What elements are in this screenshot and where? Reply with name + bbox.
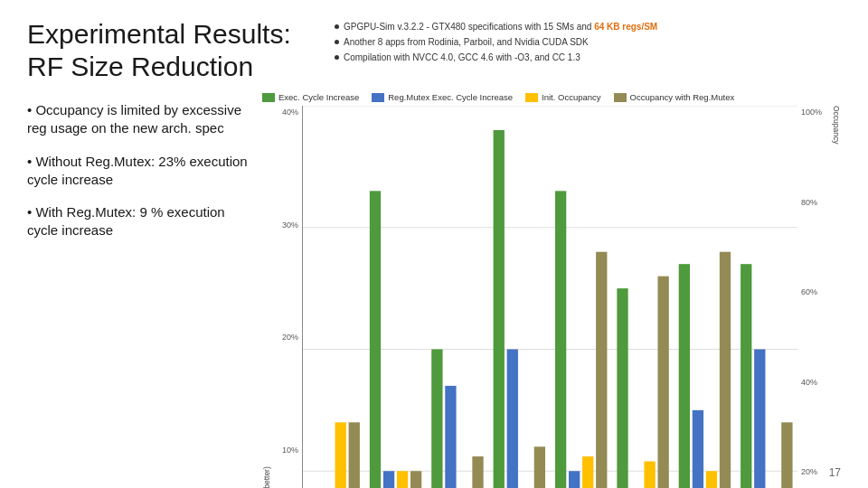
slide-title: Experimental Results: RF Size Reduction (27, 18, 316, 83)
svg-rect-28 (596, 252, 607, 488)
chart-container: Exec. Cycle Increase (lower is better) 4… (262, 106, 841, 488)
top-section: Experimental Results: RF Size Reduction … (27, 18, 841, 83)
bullet-dot (335, 55, 339, 60)
svg-rect-18 (472, 456, 483, 488)
chart-plot: GaussianHeartWallLavaMDMergesortMonte.Ca… (302, 106, 797, 488)
legend-label: Init. Occupancy (542, 92, 600, 102)
y-right-tick: 80% (801, 198, 817, 207)
svg-rect-32 (644, 461, 655, 488)
legend-label: Exec. Cycle Increase (278, 92, 359, 102)
y-axis-left-wrapper: Exec. Cycle Increase (lower is better) 4… (262, 106, 302, 488)
y-right-tick: 20% (801, 467, 817, 476)
svg-rect-12 (397, 471, 408, 488)
y-right-tick: 40% (801, 378, 817, 387)
y-axis-right-label: Occupancy (832, 106, 841, 488)
svg-rect-11 (383, 471, 394, 488)
svg-rect-15 (431, 350, 442, 489)
legend-label: Occupancy with Reg.Mutex (630, 92, 735, 102)
svg-rect-37 (706, 471, 717, 488)
y-left-tick: 30% (282, 221, 298, 230)
legend-item: Occupancy with Reg.Mutex (614, 92, 735, 102)
svg-rect-23 (534, 446, 545, 488)
main-section: • Occupancy is limited by excessive reg … (27, 92, 841, 488)
svg-rect-16 (445, 386, 456, 488)
left-bullets: • Occupancy is limited by excessive reg … (27, 92, 253, 488)
svg-rect-40 (741, 264, 751, 488)
svg-rect-25 (555, 191, 566, 488)
title-block: Experimental Results: RF Size Reduction (27, 18, 316, 83)
top-bullet-item: GPGPU-Sim v.3.2.2 - GTX480 specification… (335, 22, 841, 32)
page-number: 17 (829, 466, 841, 479)
svg-rect-38 (720, 252, 731, 488)
svg-rect-41 (754, 350, 765, 489)
svg-rect-43 (781, 422, 792, 488)
svg-rect-26 (569, 471, 580, 488)
y-axis-left-ticks: 40%30%20%10%0% (273, 106, 302, 488)
chart-svg: GaussianHeartWallLavaMDMergesortMonte.Ca… (303, 106, 797, 488)
top-bullet-item: Compilation with NVCC 4.0, GCC 4.6 with … (335, 52, 841, 62)
y-right-tick: 60% (801, 287, 817, 296)
svg-rect-10 (370, 191, 381, 488)
y-axis-left-label: Exec. Cycle Increase (lower is better) (262, 106, 271, 488)
y-left-tick: 20% (282, 333, 298, 342)
chart-legend: Exec. Cycle IncreaseReg.Mutex Exec. Cycl… (262, 92, 841, 102)
legend-item: Reg.Mutex Exec. Cycle Increase (372, 92, 513, 102)
svg-rect-36 (693, 410, 703, 488)
svg-rect-27 (582, 456, 593, 488)
legend-color-box (372, 93, 384, 102)
legend-item: Exec. Cycle Increase (262, 92, 359, 102)
bullet-dot (335, 24, 339, 29)
left-bullet-item: • With Reg.Mutex: 9 % execution cycle in… (27, 203, 253, 240)
y-left-tick: 40% (282, 108, 298, 117)
svg-rect-7 (335, 422, 346, 488)
left-bullet-item: • Occupancy is limited by excessive reg … (27, 101, 253, 138)
legend-color-box (262, 93, 275, 102)
bullet-text: Compilation with NVCC 4.0, GCC 4.6 with … (344, 52, 580, 62)
legend-color-box (525, 93, 538, 102)
svg-rect-20 (494, 130, 505, 488)
legend-color-box (614, 93, 627, 102)
y-left-tick: 10% (282, 446, 298, 455)
bullet-text: Another 8 apps from Rodinia, Parboil, an… (344, 37, 589, 47)
top-bullets: GPGPU-Sim v.3.2.2 - GTX480 specification… (335, 18, 841, 62)
svg-rect-21 (507, 350, 518, 489)
svg-rect-35 (679, 264, 690, 488)
left-bullet-item: • Without Reg.Mutex: 23% execution cycle… (27, 153, 253, 190)
svg-rect-30 (617, 288, 627, 488)
y-axis-right-ticks: 100%80%60%40%20%0% (797, 106, 830, 488)
svg-rect-13 (410, 471, 421, 488)
slide: Experimental Results: RF Size Reduction … (0, 0, 868, 488)
svg-rect-8 (349, 422, 360, 488)
legend-label: Reg.Mutex Exec. Cycle Increase (388, 92, 513, 102)
legend-item: Init. Occupancy (525, 92, 600, 102)
bullet-text: GPGPU-Sim v.3.2.2 - GTX480 specification… (344, 22, 657, 32)
top-bullet-item: Another 8 apps from Rodinia, Parboil, an… (335, 37, 841, 47)
svg-rect-33 (657, 277, 668, 488)
chart-area: Exec. Cycle IncreaseReg.Mutex Exec. Cycl… (262, 92, 841, 488)
y-right-tick: 100% (801, 108, 822, 117)
bullet-dot (335, 40, 339, 44)
